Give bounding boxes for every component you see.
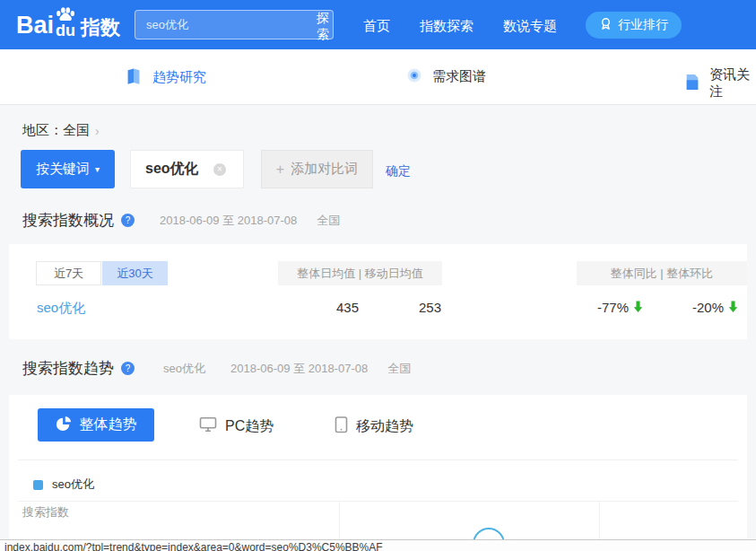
region-label: 地区：全国: [22, 122, 90, 139]
help-icon[interactable]: ?: [121, 214, 135, 227]
trend-title: 搜索指数趋势: [22, 358, 114, 379]
pc-trend-label: PC趋势: [225, 417, 274, 436]
mobile-trend-label: 移动趋势: [356, 417, 413, 436]
tab-demand-map[interactable]: 需求图谱: [405, 66, 486, 87]
chevron-down-icon: ▾: [95, 165, 100, 174]
keyword-input[interactable]: [131, 161, 213, 179]
tab-trend-research[interactable]: 趋势研究: [124, 66, 206, 89]
tab-overall-trend[interactable]: 整体趋势: [38, 408, 154, 442]
logo-text-product: 指数: [81, 17, 120, 38]
region-selector[interactable]: 地区：全国 ›: [22, 122, 100, 139]
pie-chart-icon: [56, 415, 72, 435]
mobile-daily-avg-value: 253: [387, 300, 441, 315]
logo-text-bai: Bai: [16, 13, 54, 38]
industry-ranking-label: 行业排行: [618, 17, 668, 33]
chart-gridline: [18, 501, 738, 502]
keyword-mode-label: 按关键词: [36, 161, 90, 178]
overview-region: 全国: [317, 213, 340, 229]
keyword-field-wrap: ×: [130, 150, 244, 188]
top-header: Bai du 指数 探索 首页 指数探索: [0, 0, 756, 49]
nav-data-topics[interactable]: 数说专题: [503, 18, 557, 35]
overall-yoy-value: -77%: [597, 300, 629, 315]
search-button[interactable]: 探索: [306, 11, 340, 39]
trend-keyword: seo优化: [163, 361, 205, 377]
legend-label: seo优化: [52, 477, 94, 493]
down-arrow-icon: [727, 300, 739, 315]
mobile-device-icon: [335, 416, 348, 437]
baidu-index-page: Bai du 指数 探索 首页 指数探索: [0, 0, 756, 551]
trend-region: 全国: [387, 361, 411, 377]
monitor-icon: [199, 416, 217, 436]
logo-text-du: du: [56, 24, 75, 38]
news-attention-label: 资讯关注: [709, 66, 756, 101]
trend-research-icon: [124, 66, 143, 89]
news-attention-icon: [684, 73, 700, 94]
y-axis-label: 搜索指数: [22, 504, 69, 520]
trend-section-head: 搜索指数趋势 ? seo优化 2018-06-09 至 2018-07-08 全…: [22, 358, 411, 379]
header-search-box: 探索: [135, 10, 334, 39]
tab-mobile-trend[interactable]: 移动趋势: [335, 416, 413, 437]
overall-daily-avg-value: 435: [305, 300, 359, 315]
chart-gridline: [339, 501, 340, 539]
logo-du-wrap: du: [55, 7, 76, 38]
add-compare-word-button[interactable]: + 添加对比词: [261, 150, 373, 188]
overview-card: 近7天 近30天 整体日均值 | 移动日均值 整体同比 | 整体环比 seo优化…: [9, 244, 747, 339]
trend-research-label: 趋势研究: [152, 69, 206, 86]
status-url-text: index.baidu.com/?tpl=trend&type=index&ar…: [4, 541, 383, 551]
search-input[interactable]: [135, 11, 306, 39]
overview-title: 搜索指数概况: [22, 210, 114, 231]
overall-mom-cell: -20%: [656, 300, 739, 315]
sub-navigation: 趋势研究 需求图谱 资讯关注: [0, 49, 756, 105]
add-compare-word-label: 添加对比词: [291, 161, 358, 178]
down-arrow-icon: [632, 300, 644, 315]
industry-ranking-button[interactable]: 行业排行: [586, 12, 682, 39]
column-header-compare: 整体同比 | 整体环比: [577, 261, 747, 285]
overall-mom-value: -20%: [692, 300, 724, 315]
baidu-index-logo[interactable]: Bai du 指数: [16, 7, 120, 38]
tab-news-attention[interactable]: 资讯关注: [684, 66, 756, 101]
plus-icon: +: [276, 162, 284, 177]
browser-status-bar: index.baidu.com/?tpl=trend&type=index&ar…: [0, 539, 756, 551]
demand-map-icon: [405, 66, 423, 87]
nav-index-explore[interactable]: 指数探索: [420, 18, 474, 35]
tab-last-30-days[interactable]: 近30天: [102, 261, 168, 285]
chevron-right-icon: ›: [95, 124, 100, 138]
confirm-button[interactable]: 确定: [386, 163, 411, 179]
chart-gridline: [599, 501, 600, 539]
legend-swatch: [33, 480, 43, 490]
row-keyword-link[interactable]: seo优化: [37, 300, 85, 317]
divider: [18, 459, 738, 460]
keyword-mode-dropdown[interactable]: 按关键词 ▾: [21, 150, 115, 188]
column-header-daily-avg: 整体日均值 | 移动日均值: [278, 261, 442, 285]
trend-date-range: 2018-06-09 至 2018-07-08: [230, 361, 368, 377]
tab-pc-trend[interactable]: PC趋势: [199, 416, 274, 436]
demand-map-label: 需求图谱: [432, 68, 486, 85]
overall-yoy-cell: -77%: [556, 300, 644, 315]
tab-last-7-days[interactable]: 近7天: [36, 261, 101, 285]
trend-card: 整体趋势 PC趋势 移动趋势 seo优化: [9, 395, 747, 539]
overview-section-head: 搜索指数概况 ? 2018-06-09 至 2018-07-08 全国: [22, 210, 340, 231]
overview-date-range: 2018-06-09 至 2018-07-08: [160, 213, 297, 229]
help-icon[interactable]: ?: [121, 362, 135, 375]
medal-icon: [599, 17, 613, 33]
nav-home[interactable]: 首页: [363, 18, 390, 35]
clear-keyword-icon[interactable]: ×: [213, 163, 226, 176]
overall-trend-label: 整体趋势: [80, 415, 137, 434]
legend-item-seo[interactable]: seo优化: [33, 477, 94, 493]
